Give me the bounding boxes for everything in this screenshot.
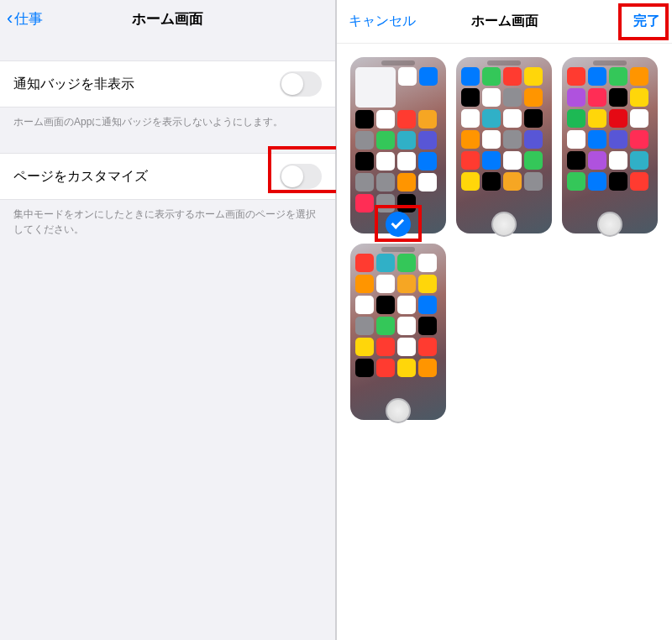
page-select-checkbox[interactable] xyxy=(491,212,517,237)
home-page-thumbnail[interactable] xyxy=(562,57,658,233)
app-icon xyxy=(524,130,543,149)
app-icon xyxy=(355,173,374,191)
toggle-knob xyxy=(281,165,303,187)
app-icon xyxy=(588,67,606,86)
app-icon-grid xyxy=(355,67,441,212)
app-icon xyxy=(609,88,627,107)
row-desc: 集中モードをオンにしたときに表示するホーム画面のページを選択してください。 xyxy=(0,200,335,237)
page-select-checkbox[interactable] xyxy=(386,398,411,423)
app-icon xyxy=(355,254,374,272)
cancel-button[interactable]: キャンセル xyxy=(349,13,416,30)
app-icon xyxy=(355,152,374,170)
back-button[interactable]: ‹ 仕事 xyxy=(7,9,43,29)
app-icon xyxy=(397,359,416,377)
app-icon xyxy=(461,130,480,149)
done-button[interactable]: 完了 xyxy=(633,13,660,30)
app-icon xyxy=(398,67,417,86)
app-icon xyxy=(376,131,395,150)
app-icon xyxy=(503,67,522,86)
phone-preview xyxy=(562,57,658,233)
app-icon xyxy=(588,130,606,149)
toggle-hide-badges[interactable] xyxy=(280,71,322,97)
modal-title: ホーム画面 xyxy=(471,13,538,30)
app-icon xyxy=(418,173,437,191)
section-badges: 通知バッジを非表示 ホーム画面のAppに通知バッジを表示しないようにします。 xyxy=(0,60,335,129)
app-icon xyxy=(567,67,585,86)
home-page-thumbnail[interactable] xyxy=(350,244,446,420)
app-icon xyxy=(609,109,627,128)
app-icon xyxy=(630,172,648,191)
app-icon xyxy=(609,151,627,170)
chevron-left-icon: ‹ xyxy=(7,9,13,28)
app-icon xyxy=(482,130,501,149)
app-icon xyxy=(567,151,585,170)
row-hide-badges: 通知バッジを非表示 xyxy=(0,60,335,108)
app-icon xyxy=(397,110,416,129)
app-icon xyxy=(355,296,374,314)
notch-icon xyxy=(381,247,415,252)
app-icon xyxy=(397,194,416,212)
app-icon xyxy=(418,275,437,293)
app-icon xyxy=(376,275,395,293)
phone-preview xyxy=(456,57,552,233)
app-icon-grid xyxy=(461,67,547,191)
app-icon xyxy=(524,172,543,191)
app-icon xyxy=(503,130,522,149)
home-page-thumbnail[interactable] xyxy=(456,57,552,233)
app-icon xyxy=(418,152,437,170)
page-select-checkbox[interactable] xyxy=(597,212,622,237)
toggle-customize-pages[interactable] xyxy=(280,164,322,189)
page-grid xyxy=(337,44,672,433)
notch-icon xyxy=(487,60,521,66)
checkmark-icon xyxy=(391,216,405,229)
app-icon xyxy=(588,109,606,128)
app-icon xyxy=(376,296,395,314)
app-icon xyxy=(397,317,416,335)
home-page-thumbnail[interactable] xyxy=(350,57,446,233)
app-icon xyxy=(397,131,416,150)
app-icon xyxy=(461,67,480,86)
row-label: 通知バッジを非表示 xyxy=(13,76,134,93)
app-icon xyxy=(630,67,648,86)
settings-panel: ‹ 仕事 ホーム画面 通知バッジを非表示 ホーム画面のAppに通知バッジを表示し… xyxy=(0,0,336,640)
app-icon-grid xyxy=(355,254,441,377)
app-icon xyxy=(524,67,543,86)
app-icon xyxy=(355,110,374,129)
app-icon xyxy=(355,317,374,335)
app-icon xyxy=(397,173,416,191)
app-icon xyxy=(461,151,480,170)
page-title: ホーム画面 xyxy=(132,9,203,29)
page-select-checkbox[interactable] xyxy=(386,212,411,237)
app-icon xyxy=(503,151,522,170)
app-icon xyxy=(376,194,395,212)
row-label: ページをカスタマイズ xyxy=(13,168,148,186)
app-icon xyxy=(418,131,437,150)
app-icon xyxy=(397,152,416,170)
app-icon xyxy=(609,172,627,191)
app-icon xyxy=(355,194,374,212)
app-icon xyxy=(418,359,437,377)
row-desc: ホーム画面のAppに通知バッジを表示しないようにします。 xyxy=(0,108,335,129)
app-icon xyxy=(419,67,438,86)
app-icon xyxy=(376,317,395,335)
section-customize-pages: ページをカスタマイズ 集中モードをオンにしたときに表示するホーム画面のページを選… xyxy=(0,153,335,237)
row-customize-pages: ページをカスタマイズ xyxy=(0,153,335,200)
app-icon xyxy=(397,275,416,293)
app-icon xyxy=(524,88,543,107)
app-icon xyxy=(588,172,606,191)
phone-preview xyxy=(350,244,446,420)
app-icon xyxy=(482,151,501,170)
app-icon xyxy=(567,172,585,191)
app-icon xyxy=(503,109,522,128)
app-icon xyxy=(609,130,627,149)
notch-icon xyxy=(381,60,415,66)
app-icon-grid xyxy=(567,67,653,191)
app-icon xyxy=(567,109,585,128)
app-icon xyxy=(524,109,543,128)
app-icon xyxy=(355,359,374,377)
app-icon xyxy=(588,88,606,107)
app-icon xyxy=(630,88,648,107)
app-icon xyxy=(482,172,501,191)
app-icon xyxy=(503,172,522,191)
app-icon xyxy=(567,130,585,149)
